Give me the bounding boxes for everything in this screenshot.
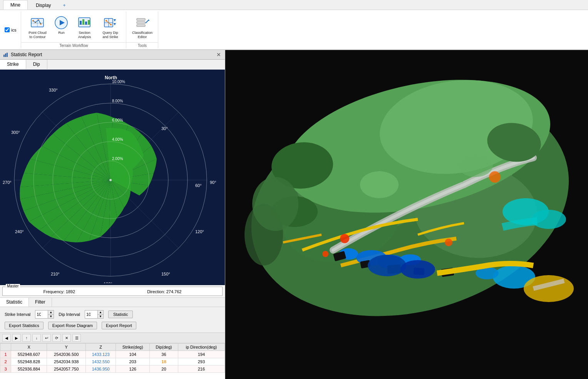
strike-spin-down[interactable]: ▼	[48, 314, 54, 318]
tab-filter[interactable]: Filter	[29, 298, 52, 307]
tab-mine[interactable]: Mine	[3, 0, 28, 10]
table-row: 1 552948.607 2542036.500 1433.123 104 36…	[0, 351, 225, 358]
master-label: Master	[6, 284, 20, 288]
row-dip-3: 20	[150, 366, 178, 373]
classification-editor-label: ClassificationEditor	[132, 31, 152, 39]
ribbon-tab-bar: Mine Display +	[0, 0, 588, 10]
bottom-tab-bar: Statistic Filter	[0, 297, 225, 307]
row-strike-1: 104	[116, 351, 150, 358]
row-strike-3: 126	[116, 366, 150, 373]
ics-checkbox[interactable]	[5, 27, 10, 32]
svg-marker-22	[114, 23, 116, 25]
direction-label: Direction:	[147, 289, 165, 294]
svg-point-81	[340, 234, 349, 243]
dip-spin-down[interactable]: ▼	[98, 314, 103, 318]
tb-undo-btn[interactable]: ↩	[42, 334, 51, 342]
close-btn[interactable]: ✕	[216, 52, 222, 58]
export-statistics-btn[interactable]: Export Statistics	[5, 322, 44, 329]
tab-strike[interactable]: Strike	[0, 60, 26, 69]
run-btn[interactable]: Run	[51, 13, 71, 36]
svg-rect-23	[137, 18, 145, 20]
row-x-2: 552948.828	[11, 358, 47, 366]
svg-text:180°: 180°	[104, 282, 112, 283]
svg-rect-24	[137, 22, 145, 23]
run-icon	[53, 15, 69, 31]
svg-rect-11	[80, 21, 82, 25]
tb-menu-btn[interactable]: ☰	[72, 334, 81, 342]
row-num-1: 1	[0, 351, 11, 358]
pointcloud-view	[225, 50, 588, 379]
row-dipdir-1: 194	[178, 351, 224, 358]
tab-plus[interactable]: +	[59, 1, 69, 10]
data-table: X Y Z Strike(deg) Dip(deg) ip Direction(…	[0, 343, 225, 373]
svg-rect-13	[85, 22, 87, 25]
strike-interval-label: Strike Interval	[5, 312, 30, 317]
export-report-btn[interactable]: Export Report	[102, 322, 136, 329]
rose-diagram-svg: 2.00% 4.00% 6.00% 8.00% 10.00% North 30°…	[0, 70, 221, 283]
run-label: Run	[58, 31, 65, 35]
col-z: Z	[86, 344, 116, 351]
stat-panel-title-text: Statistic Report	[11, 52, 42, 57]
point-cloud-contour-btn[interactable]: Point Cloudto Contour	[24, 13, 50, 41]
svg-text:120°: 120°	[195, 229, 204, 234]
frequency-value: 1892	[66, 289, 75, 294]
tab-display[interactable]: Display	[28, 0, 58, 10]
point-cloud-contour-icon	[29, 15, 45, 31]
frequency-label: Frequency:	[44, 289, 65, 294]
section-analysis-btn[interactable]: SectionAnalysis	[72, 13, 97, 41]
table-row: 2 552948.828 2542034.938 1432.550 203 18…	[0, 358, 225, 366]
tb-down-btn[interactable]: ↓	[32, 334, 41, 342]
strike-interval-input[interactable]: ▲ ▼	[35, 310, 54, 319]
svg-text:90°: 90°	[210, 180, 216, 185]
tb-next-btn[interactable]: ▶	[12, 334, 21, 342]
row-dipdir-3: 216	[178, 366, 224, 373]
row-z-2: 1432.550	[86, 358, 116, 366]
strike-interval-field[interactable]	[35, 311, 48, 317]
table-toolbar: ◀ ▶ ↑ ↓ ↩ ⟳ ✕ ☰	[0, 332, 225, 343]
statistic-btn[interactable]: Statistic	[108, 311, 133, 318]
svg-text:300°: 300°	[11, 130, 20, 135]
point-cloud-contour-label: Point Cloudto Contour	[28, 31, 47, 39]
dip-interval-input[interactable]: ▲ ▼	[85, 310, 104, 319]
tab-dip[interactable]: Dip	[26, 60, 47, 69]
tb-prev-btn[interactable]: ◀	[2, 334, 11, 342]
row-y-2: 2542034.938	[47, 358, 86, 366]
svg-text:210°: 210°	[51, 272, 60, 276]
dip-spin-up[interactable]: ▲	[98, 311, 103, 314]
svg-point-82	[322, 251, 328, 257]
tab-statistic[interactable]: Statistic	[0, 298, 29, 307]
export-rose-btn[interactable]: Export Rose Diagram	[48, 322, 97, 329]
svg-point-47	[109, 179, 112, 181]
dip-interval-field[interactable]	[85, 311, 97, 317]
svg-text:8.00%: 8.00%	[112, 99, 123, 103]
ribbon-group-checkbox: ics	[0, 12, 21, 48]
svg-rect-29	[5, 53, 6, 57]
svg-rect-30	[7, 53, 8, 57]
classification-editor-btn[interactable]: ClassificationEditor	[129, 13, 155, 41]
svg-text:60°: 60°	[195, 183, 202, 188]
direction-value: 274.762	[166, 289, 182, 294]
svg-rect-0	[31, 18, 44, 27]
rose-diagram-area: 2.00% 4.00% 6.00% 8.00% 10.00% North 30°…	[0, 70, 225, 285]
col-y: Y	[47, 344, 86, 351]
svg-rect-12	[82, 19, 84, 25]
query-dip-strike-label: Query Dipand Strike	[102, 31, 118, 39]
view-3d	[225, 50, 588, 379]
svg-point-83	[445, 239, 452, 246]
section-analysis-icon	[76, 15, 92, 31]
tb-close-btn[interactable]: ✕	[62, 334, 71, 342]
col-strike: Strike(deg)	[116, 344, 150, 351]
svg-text:240°: 240°	[15, 229, 24, 234]
tb-refresh-btn[interactable]: ⟳	[52, 334, 61, 342]
svg-text:30°: 30°	[161, 126, 168, 131]
col-dip-dir: ip Direction(deg)	[178, 344, 224, 351]
query-dip-strike-icon	[102, 15, 118, 31]
col-x: X	[11, 344, 47, 351]
svg-text:2.00%: 2.00%	[112, 157, 123, 161]
query-dip-strike-btn[interactable]: Query Dipand Strike	[97, 13, 123, 41]
svg-text:150°: 150°	[161, 272, 170, 276]
tb-up-btn[interactable]: ↑	[22, 334, 31, 342]
strike-spin-up[interactable]: ▲	[48, 311, 54, 314]
svg-rect-28	[3, 55, 5, 57]
stat-tab-bar: Strike Dip	[0, 60, 225, 70]
